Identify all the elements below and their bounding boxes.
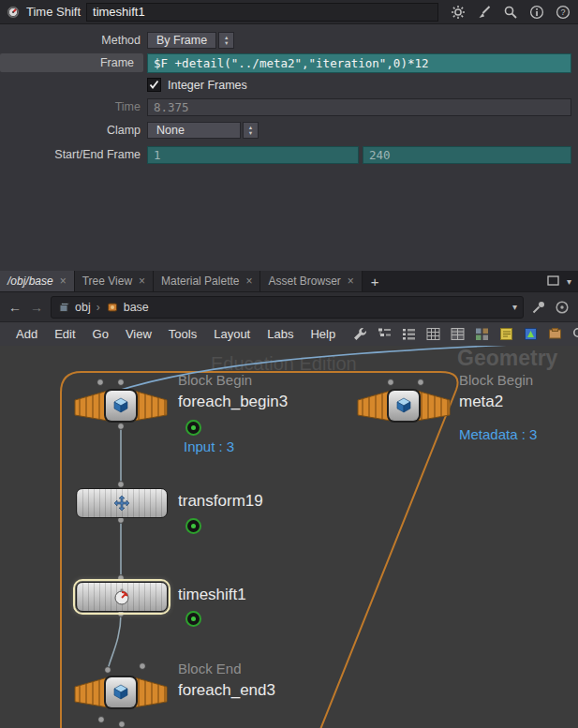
method-stepper[interactable]: ▲ ▼ [218, 32, 234, 49]
list-icon[interactable] [400, 325, 418, 343]
integer-frames-row: Integer Frames [147, 78, 247, 92]
method-label: Method [0, 32, 141, 49]
end-frame-input[interactable]: 240 [363, 146, 571, 164]
clamp-value[interactable]: None [147, 122, 241, 139]
radial-menu-icon[interactable] [554, 299, 571, 316]
menu-layout[interactable]: Layout [205, 327, 259, 341]
node-flag-badge[interactable] [185, 420, 201, 436]
method-dropdown[interactable]: By Frame ▲ ▼ [147, 32, 234, 49]
tab-label: Material Palette [161, 275, 239, 288]
menu-help[interactable]: Help [302, 327, 344, 341]
clamp-label: Clamp [0, 122, 141, 139]
check-icon [149, 80, 159, 90]
tab-asset-browser[interactable]: Asset Browser × [260, 271, 362, 291]
node-foreach-begin3[interactable] [74, 387, 168, 424]
menu-labs[interactable]: Labs [259, 327, 302, 341]
clamp-dropdown[interactable]: None ▲ ▼ [147, 122, 259, 139]
node-meta2[interactable] [357, 387, 451, 424]
brush-icon[interactable] [476, 4, 492, 20]
node-transform19[interactable] [76, 488, 168, 518]
close-icon[interactable]: × [139, 275, 145, 288]
search-icon[interactable] [502, 4, 518, 20]
breadcrumb-obj[interactable]: obj [57, 301, 91, 314]
node-timeshift1[interactable] [76, 582, 168, 612]
time-input[interactable]: 8.375 [147, 98, 571, 116]
tree-icon[interactable] [376, 325, 393, 343]
breadcrumb-label: base [124, 301, 149, 314]
tab-label: Tree View [82, 275, 132, 288]
network-menu-bar: Add Edit Go View Tools Layout Labs Help [0, 321, 578, 346]
pane-tab-bar: /obj/base × Tree View × Material Palette… [0, 271, 578, 291]
takes-icon[interactable] [522, 325, 540, 343]
svg-text:?: ? [560, 7, 565, 17]
new-tab-button[interactable]: + [363, 271, 388, 291]
clamp-stepper[interactable]: ▲ ▼ [243, 122, 259, 139]
obj-icon [57, 301, 70, 314]
integer-frames-label: Integer Frames [168, 79, 247, 92]
transform-icon [112, 494, 131, 513]
menu-add[interactable]: Add [7, 327, 46, 341]
tab-label: Asset Browser [268, 275, 340, 288]
back-button[interactable]: ← [7, 300, 22, 315]
node-flag-badge[interactable] [185, 518, 201, 534]
close-icon[interactable]: × [60, 275, 67, 288]
breadcrumb-base[interactable]: base [106, 301, 149, 314]
network-editor[interactable]: Education Edition Geometry [0, 346, 578, 728]
method-value[interactable]: By Frame [147, 32, 216, 49]
wrench-icon[interactable] [351, 325, 369, 343]
palette-grid-icon[interactable] [473, 325, 491, 343]
breadcrumb-label: obj [75, 301, 91, 314]
node-foreach-end3[interactable] [74, 674, 168, 711]
close-icon[interactable]: × [245, 275, 252, 288]
timeshift-icon [112, 587, 131, 606]
menu-edit[interactable]: Edit [46, 327, 83, 341]
menu-tools[interactable]: Tools [160, 327, 205, 341]
stepper-down-icon[interactable]: ▼ [248, 130, 253, 136]
parameter-pane-header: Time Shift timeshift1 ? [0, 0, 578, 24]
start-frame-input[interactable]: 1 [147, 146, 359, 164]
network-path-bar: ← → obj › base ▾ [0, 291, 578, 321]
asset-icon[interactable] [546, 325, 564, 343]
tab-label: /obj/base [7, 275, 53, 288]
pin-icon[interactable] [530, 299, 547, 316]
frame-expression-input[interactable]: $F +detail("../meta2","iteration",0)*12 [147, 53, 571, 73]
frame-label[interactable]: Frame [0, 53, 143, 72]
startend-label: Start/End Frame [0, 146, 141, 163]
node-name-input[interactable]: timeshift1 [86, 3, 438, 22]
tab-tree-view[interactable]: Tree View × [75, 271, 154, 291]
tab-material-palette[interactable]: Material Palette × [154, 271, 260, 291]
table-icon[interactable] [449, 325, 467, 343]
tab-obj-base[interactable]: /obj/base × [0, 271, 75, 291]
wire-timeshift-end [108, 614, 121, 670]
menu-view[interactable]: View [117, 327, 160, 341]
integer-frames-checkbox[interactable] [147, 78, 161, 92]
path-dropdown-icon[interactable]: ▾ [512, 302, 517, 312]
time-label: Time [0, 98, 141, 115]
search-icon[interactable] [571, 325, 578, 343]
geometry-icon [106, 301, 119, 314]
stepper-down-icon[interactable]: ▼ [224, 40, 229, 46]
notes-icon[interactable] [497, 325, 515, 343]
forward-button[interactable]: → [29, 300, 44, 315]
crumb-separator: › [96, 301, 100, 314]
help-icon[interactable]: ? [555, 4, 571, 20]
info-icon[interactable] [528, 4, 544, 20]
node-type-label: Time Shift [26, 5, 81, 19]
grid-icon[interactable] [424, 325, 442, 343]
menu-go[interactable]: Go [84, 327, 117, 341]
node-flag-badge[interactable] [185, 611, 201, 627]
pane-menu-dropdown-icon[interactable]: ▾ [567, 276, 571, 287]
pane-split-icon[interactable] [547, 275, 559, 289]
close-icon[interactable]: × [348, 275, 354, 288]
gear-icon[interactable] [450, 4, 466, 20]
path-field[interactable]: obj › base ▾ [51, 296, 524, 319]
timeshift-node-icon [6, 4, 21, 20]
parameter-pane: Method By Frame ▲ ▼ Frame $F +detail("..… [0, 24, 578, 271]
